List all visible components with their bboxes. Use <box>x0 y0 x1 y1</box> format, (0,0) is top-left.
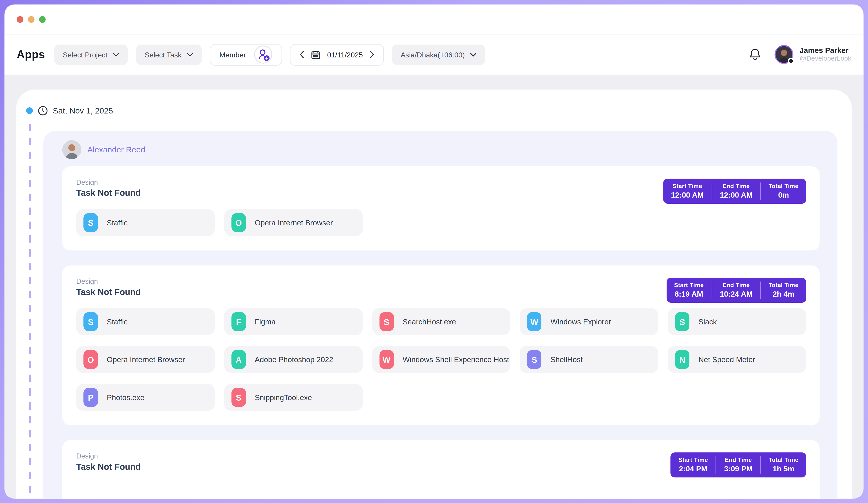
app-frame: Apps Select Project Select Task Member <box>0 0 868 503</box>
app-name-label: Photos.exe <box>107 393 144 401</box>
app-chip[interactable]: S ShellHost <box>520 346 658 373</box>
app-chip[interactable]: P Photos.exe <box>76 384 215 411</box>
chevron-down-icon <box>471 53 476 57</box>
next-day-icon[interactable] <box>370 51 374 58</box>
timeline-marker-dot <box>26 107 33 114</box>
app-name-label: Figma <box>255 317 276 326</box>
profile-avatar[interactable] <box>775 45 794 64</box>
session-card: Design Task Not Found Start Time 12:00 A… <box>62 166 820 250</box>
end-time-value: 10:24 AM <box>720 289 753 299</box>
content-area: Sat, Nov 1, 2025 Alexander Reed <box>4 75 864 499</box>
app-chip[interactable]: A Adobe Photoshop 2022 <box>224 346 363 373</box>
member-label: Member <box>219 50 246 59</box>
timezone-value: Asia/Dhaka(+06:00) <box>401 50 465 59</box>
close-window-icon[interactable] <box>17 16 23 23</box>
end-time-label: End Time <box>720 183 753 190</box>
user-name-link[interactable]: Alexander Reed <box>87 145 145 154</box>
page-title: Apps <box>17 48 45 61</box>
app-name-label: Windows Shell Experience Host <box>403 356 509 364</box>
start-time-value: 8:19 AM <box>674 289 704 299</box>
chevron-down-icon <box>187 53 193 57</box>
app-chip[interactable]: S Staffic <box>76 209 215 236</box>
session-card: Design Task Not Found Start Time 2:04 PM… <box>62 440 820 499</box>
previous-day-icon[interactable] <box>299 51 304 58</box>
select-project-label: Select Project <box>63 50 107 59</box>
app-name-label: ShellHost <box>550 356 582 364</box>
user-section: Alexander Reed Design Task Not Found Sta… <box>43 131 837 499</box>
app-letter-icon: F <box>231 312 246 331</box>
member-filter-button[interactable]: Member <box>210 44 282 65</box>
app-letter-icon: W <box>527 312 541 331</box>
end-time-label: End Time <box>724 456 753 464</box>
app-chip[interactable]: S Staffic <box>76 308 215 335</box>
session-time-badge: Start Time 2:04 PM End Time 3:09 PM Tota… <box>671 452 806 478</box>
calendar-icon <box>311 50 321 59</box>
total-time-label: Total Time <box>769 183 799 190</box>
app-chip[interactable]: O Opera Internet Browser <box>224 209 363 236</box>
app-chip-grid: S Staffic O Opera Internet Browser <box>76 209 806 236</box>
app-chip[interactable]: F Figma <box>224 308 363 335</box>
app-letter-icon: S <box>675 312 690 331</box>
start-time-label: Start Time <box>674 281 704 289</box>
app-name-label: Staffic <box>107 218 128 227</box>
app-window: Apps Select Project Select Task Member <box>4 4 864 499</box>
minimize-window-icon[interactable] <box>28 16 34 23</box>
app-name-label: Adobe Photoshop 2022 <box>255 356 333 364</box>
total-time-label: Total Time <box>769 456 799 464</box>
app-chip-grid: S Staffic F Figma S SearchHost.exe W Win… <box>76 308 806 411</box>
total-time-value: 0m <box>769 190 799 200</box>
app-chip[interactable]: N Net Speed Meter <box>668 346 806 373</box>
select-task-label: Select Task <box>145 50 182 59</box>
end-time-column: End Time 12:00 AM <box>712 183 761 200</box>
window-chrome <box>4 4 864 34</box>
total-time-column: Total Time 2h 4m <box>761 281 806 299</box>
app-letter-icon: S <box>83 312 98 331</box>
start-time-label: Start Time <box>678 456 708 464</box>
user-avatar <box>62 140 81 159</box>
app-name-label: SnippingTool.exe <box>255 393 312 401</box>
app-letter-icon: A <box>231 350 246 369</box>
app-letter-icon: S <box>379 312 394 331</box>
app-letter-icon: S <box>231 388 246 407</box>
start-time-column: Start Time 8:19 AM <box>666 281 712 299</box>
app-letter-icon: O <box>83 350 98 369</box>
timezone-dropdown[interactable]: Asia/Dhaka(+06:00) <box>392 44 485 65</box>
total-time-column: Total Time 0m <box>761 183 806 200</box>
session-time-badge: Start Time 8:19 AM End Time 10:24 AM Tot… <box>666 278 806 303</box>
profile-info[interactable]: James Parker @DeveloperLook <box>799 47 851 63</box>
profile-name: James Parker <box>799 47 851 55</box>
session-time-badge: Start Time 12:00 AM End Time 12:00 AM To… <box>663 178 806 204</box>
timeline-dashed-line <box>29 124 31 499</box>
clock-icon <box>38 105 48 115</box>
select-task-dropdown[interactable]: Select Task <box>136 44 202 65</box>
app-chip[interactable]: S Slack <box>668 308 806 335</box>
app-letter-icon: W <box>379 350 394 369</box>
app-name-label: Opera Internet Browser <box>107 356 185 364</box>
timeline-date-label: Sat, Nov 1, 2025 <box>53 106 113 115</box>
select-project-dropdown[interactable]: Select Project <box>54 44 128 65</box>
profile-handle: @DeveloperLook <box>799 55 851 63</box>
start-time-value: 12:00 AM <box>671 190 704 200</box>
date-value[interactable]: 01/11/2025 <box>327 50 363 59</box>
total-time-column: Total Time 1h 5m <box>761 456 806 474</box>
start-time-label: Start Time <box>671 183 704 190</box>
date-navigator: 01/11/2025 <box>290 44 384 65</box>
notifications-bell-icon[interactable] <box>749 48 761 61</box>
app-chip[interactable]: S SnippingTool.exe <box>224 384 363 411</box>
app-letter-icon: S <box>527 350 541 369</box>
app-letter-icon: N <box>675 350 690 369</box>
start-time-column: Start Time 2:04 PM <box>671 456 716 474</box>
app-name-label: Windows Explorer <box>550 317 611 326</box>
end-time-label: End Time <box>720 281 753 289</box>
app-chip[interactable]: O Opera Internet Browser <box>76 346 215 373</box>
app-name-label: Opera Internet Browser <box>255 218 333 227</box>
app-name-label: SearchHost.exe <box>403 317 456 326</box>
app-name-label: Slack <box>699 317 717 326</box>
maximize-window-icon[interactable] <box>39 16 46 23</box>
app-chip[interactable]: W Windows Explorer <box>520 308 658 335</box>
apps-timeline-panel: Sat, Nov 1, 2025 Alexander Reed <box>16 90 852 499</box>
app-chip[interactable]: S SearchHost.exe <box>372 308 510 335</box>
timeline-date-row: Sat, Nov 1, 2025 <box>16 103 852 118</box>
end-time-value: 12:00 AM <box>720 190 753 200</box>
app-chip[interactable]: W Windows Shell Experience Host <box>372 346 510 373</box>
